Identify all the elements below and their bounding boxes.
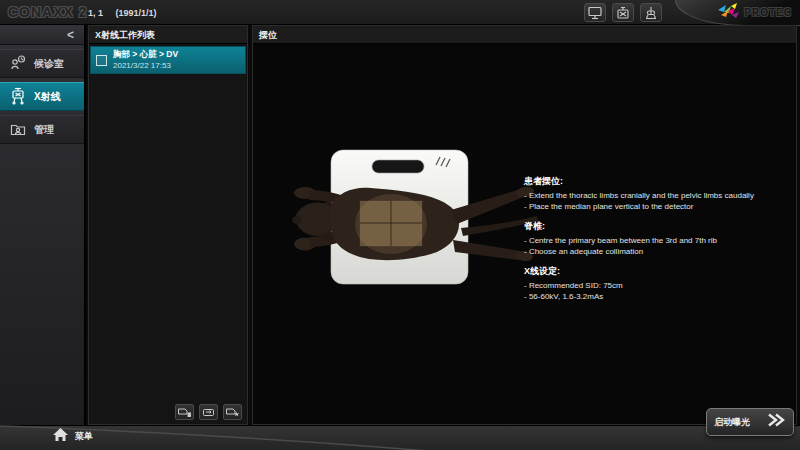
section-heading-patient-positioning: 患者摆位: bbox=[524, 175, 786, 188]
device-status-icons bbox=[584, 3, 662, 22]
brand-panel: PROTEC bbox=[675, 0, 800, 26]
back-chevron-icon: < bbox=[67, 28, 74, 42]
worklist-footer bbox=[175, 404, 242, 420]
sidebar-item-xray[interactable]: X射线 bbox=[0, 82, 84, 111]
app-logo: CONAXX 2 bbox=[8, 4, 88, 20]
brand-name: PROTEC bbox=[744, 7, 792, 18]
sidebar: < 候诊室 X射线 管理 bbox=[0, 25, 86, 425]
double-chevron-right-icon bbox=[766, 413, 786, 431]
device-transfer-icon[interactable] bbox=[199, 404, 218, 420]
patient-birthdate: (1991/1/1) bbox=[116, 8, 157, 18]
sidebar-item-label: 候诊室 bbox=[34, 57, 64, 71]
patient-name: 1, 1 bbox=[88, 8, 103, 18]
instruction-line: - 56-60kV, 1.6-3.2mAs bbox=[524, 292, 786, 303]
start-exposure-label: 启动曝光 bbox=[714, 416, 750, 429]
instruction-line: - Centre the primary beam between the 3r… bbox=[524, 236, 786, 247]
xray-tube-stand-icon[interactable] bbox=[640, 3, 662, 22]
section-heading-spine: 脊椎: bbox=[524, 220, 786, 233]
instruction-line: - Recommended SID: 75cm bbox=[524, 281, 786, 292]
sidebar-item-label: X射线 bbox=[34, 90, 61, 104]
top-bar: CONAXX 2 1, 1 (1991/1/1) bbox=[0, 0, 800, 25]
menu-button[interactable]: 菜单 bbox=[52, 427, 93, 446]
management-icon bbox=[9, 120, 27, 140]
positioning-panel: 摆位 bbox=[252, 25, 797, 425]
home-icon bbox=[52, 427, 69, 446]
xray-machine-icon bbox=[9, 87, 27, 107]
waiting-room-icon bbox=[9, 54, 27, 74]
monitor-icon[interactable] bbox=[584, 3, 606, 22]
start-exposure-button[interactable]: 启动曝光 bbox=[706, 408, 794, 436]
bottom-bar: 菜单 bbox=[0, 425, 800, 450]
positioning-title: 摆位 bbox=[253, 26, 796, 44]
positioning-content: 患者摆位: - Extend the thoracic limbs crania… bbox=[253, 44, 796, 424]
study-description: 胸部 > 心脏 > DV bbox=[113, 49, 178, 60]
device-document-icon[interactable] bbox=[175, 404, 194, 420]
positioning-instructions: 患者摆位: - Extend the thoracic limbs crania… bbox=[524, 175, 786, 302]
section-heading-xray-settings: X线设定: bbox=[524, 265, 786, 278]
sidebar-item-waiting-room[interactable]: 候诊室 bbox=[0, 49, 84, 78]
sidebar-item-label: 管理 bbox=[34, 123, 54, 137]
patient-info: 1, 1 (1991/1/1) bbox=[88, 8, 167, 18]
worklist-panel: X射线工作列表 胸部 > 心脏 > DV 2021/3/22 17:53 bbox=[88, 25, 248, 425]
instruction-line: - Place the median plane vertical to the… bbox=[524, 202, 786, 213]
brand-bird-icon bbox=[717, 2, 741, 23]
generator-icon[interactable] bbox=[612, 3, 634, 22]
application-window: CONAXX 2 1, 1 (1991/1/1) bbox=[0, 0, 800, 450]
instruction-line: - Choose an adequate collimation bbox=[524, 247, 786, 258]
menu-label: 菜单 bbox=[75, 430, 93, 443]
back-button[interactable]: < bbox=[0, 25, 84, 45]
worklist-item-checkbox[interactable] bbox=[96, 55, 107, 66]
instruction-line: - Extend the thoracic limbs cranially an… bbox=[524, 191, 786, 202]
worklist-item[interactable]: 胸部 > 心脏 > DV 2021/3/22 17:53 bbox=[90, 46, 246, 74]
device-star-icon[interactable] bbox=[223, 404, 242, 420]
study-datetime: 2021/3/22 17:53 bbox=[113, 60, 178, 71]
worklist-title: X射线工作列表 bbox=[89, 26, 247, 44]
sidebar-item-management[interactable]: 管理 bbox=[0, 115, 84, 144]
collimation-field bbox=[360, 201, 422, 246]
